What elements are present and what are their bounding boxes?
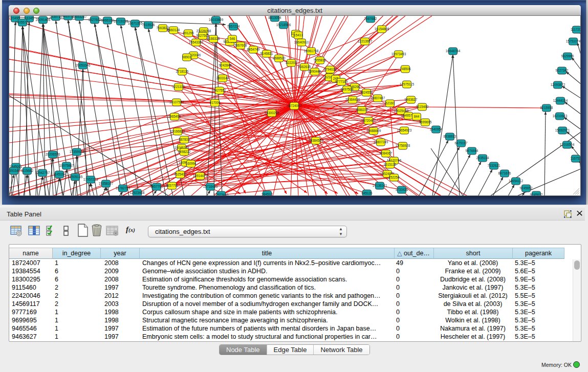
svg-text:8454749: 8454749 bbox=[247, 48, 260, 51]
svg-text:12505135: 12505135 bbox=[68, 175, 83, 179]
svg-text:9777169: 9777169 bbox=[335, 80, 348, 83]
svg-text:9115460: 9115460 bbox=[416, 105, 429, 108]
svg-text:1498222: 1498222 bbox=[178, 150, 191, 154]
svg-text:8938913: 8938913 bbox=[444, 135, 456, 138]
svg-text:62160: 62160 bbox=[385, 101, 395, 105]
svg-text:8990448: 8990448 bbox=[309, 70, 321, 73]
svg-text:1939714: 1939714 bbox=[50, 16, 62, 18]
svg-text:18724007: 18724007 bbox=[287, 104, 302, 107]
svg-text:12923468: 12923468 bbox=[130, 191, 145, 194]
svg-text:12213957: 12213957 bbox=[358, 39, 373, 43]
svg-text:8813054: 8813054 bbox=[269, 16, 281, 19]
svg-text:20364436: 20364436 bbox=[345, 98, 360, 101]
svg-text:7625402: 7625402 bbox=[174, 172, 187, 176]
svg-text:1965498: 1965498 bbox=[168, 115, 181, 118]
svg-text:98901: 98901 bbox=[182, 55, 191, 59]
svg-text:6794028: 6794028 bbox=[324, 68, 337, 71]
svg-text:7857224: 7857224 bbox=[227, 25, 240, 28]
svg-text:9463627: 9463627 bbox=[405, 98, 418, 101]
svg-text:891295: 891295 bbox=[183, 31, 194, 35]
svg-text:8215958: 8215958 bbox=[540, 106, 553, 110]
svg-text:16210643: 16210643 bbox=[553, 114, 568, 118]
svg-text:10654112: 10654112 bbox=[509, 179, 523, 183]
svg-text:39154: 39154 bbox=[9, 169, 18, 172]
svg-text:15692971: 15692971 bbox=[555, 128, 570, 132]
svg-text:845126: 845126 bbox=[361, 191, 373, 195]
svg-text:19166825: 19166825 bbox=[170, 129, 185, 133]
svg-text:9084067: 9084067 bbox=[380, 151, 393, 155]
svg-text:12942757: 12942757 bbox=[35, 171, 50, 174]
svg-text:6466160: 6466160 bbox=[101, 18, 114, 22]
svg-text:19756928: 19756928 bbox=[396, 144, 410, 147]
svg-text:8186328: 8186328 bbox=[207, 37, 220, 40]
svg-text:19654923: 19654923 bbox=[397, 128, 412, 132]
svg-text:7632621: 7632621 bbox=[488, 164, 500, 167]
svg-text:16648784: 16648784 bbox=[446, 49, 461, 53]
svg-text:15413: 15413 bbox=[294, 33, 303, 37]
svg-text:7886372: 7886372 bbox=[356, 108, 368, 112]
svg-text:2718126: 2718126 bbox=[176, 70, 189, 73]
svg-text:9242848: 9242848 bbox=[219, 63, 232, 67]
svg-text:17957223: 17957223 bbox=[83, 178, 98, 181]
svg-text:12093872: 12093872 bbox=[551, 83, 565, 86]
svg-text:10107552: 10107552 bbox=[169, 100, 184, 104]
svg-text:9146821: 9146821 bbox=[260, 52, 273, 55]
svg-text:18807249: 18807249 bbox=[374, 140, 388, 144]
svg-text:10653287: 10653287 bbox=[72, 16, 87, 18]
svg-text:15716485: 15716485 bbox=[203, 185, 218, 188]
svg-text:6497508: 6497508 bbox=[341, 87, 354, 91]
svg-text:17359928: 17359928 bbox=[70, 150, 84, 154]
svg-text:7515526: 7515526 bbox=[142, 23, 155, 27]
svg-text:10973493: 10973493 bbox=[391, 52, 406, 56]
svg-text:1117205: 1117205 bbox=[571, 28, 581, 31]
svg-text:1733426: 1733426 bbox=[396, 188, 408, 191]
svg-text:15751074: 15751074 bbox=[566, 39, 581, 43]
svg-text:10688609: 10688609 bbox=[366, 129, 381, 133]
svg-text:9857791: 9857791 bbox=[166, 184, 179, 187]
svg-text:9699695: 9699695 bbox=[419, 120, 432, 124]
svg-text:19218506: 19218506 bbox=[276, 23, 291, 27]
svg-text:822203: 822203 bbox=[286, 61, 297, 64]
svg-text:12923446: 12923446 bbox=[214, 193, 229, 196]
svg-text:20053346: 20053346 bbox=[76, 63, 91, 67]
svg-text:12975115: 12975115 bbox=[400, 82, 414, 86]
svg-text:1615132: 1615132 bbox=[384, 163, 397, 166]
svg-text:20206576: 20206576 bbox=[46, 152, 60, 156]
svg-text:19384554: 19384554 bbox=[309, 139, 323, 142]
svg-text:17016504: 17016504 bbox=[560, 143, 575, 146]
svg-text:9474444: 9474444 bbox=[466, 149, 478, 152]
svg-text:6479197: 6479197 bbox=[455, 141, 468, 145]
svg-text:9245652: 9245652 bbox=[520, 186, 533, 190]
svg-text:2803144: 2803144 bbox=[216, 76, 229, 80]
svg-text:19358107: 19358107 bbox=[99, 182, 114, 185]
svg-text:1588520: 1588520 bbox=[273, 56, 286, 60]
svg-text:12444154: 12444154 bbox=[553, 99, 568, 102]
svg-text:887831: 887831 bbox=[179, 138, 190, 141]
svg-text:10807487: 10807487 bbox=[371, 96, 385, 100]
svg-text:2867608: 2867608 bbox=[234, 43, 247, 47]
svg-text:1362615: 1362615 bbox=[298, 65, 311, 69]
svg-text:16154808: 16154808 bbox=[375, 27, 389, 31]
svg-text:160994: 160994 bbox=[185, 162, 197, 165]
svg-text:9329966: 9329966 bbox=[561, 54, 574, 58]
svg-text:16033809: 16033809 bbox=[209, 18, 224, 21]
svg-text:16782759: 16782759 bbox=[116, 186, 130, 190]
svg-text:10719155: 10719155 bbox=[114, 19, 128, 23]
svg-text:844: 844 bbox=[414, 115, 420, 118]
svg-text:8427552: 8427552 bbox=[213, 89, 226, 92]
svg-text:15720407: 15720407 bbox=[361, 119, 376, 122]
svg-text:14136141: 14136141 bbox=[373, 184, 387, 187]
svg-text:3824554: 3824554 bbox=[360, 91, 373, 94]
svg-text:1527602: 1527602 bbox=[89, 18, 101, 21]
svg-text:2987682: 2987682 bbox=[364, 17, 377, 20]
svg-text:116753: 116753 bbox=[571, 157, 581, 160]
svg-text:20091406: 20091406 bbox=[36, 18, 51, 21]
svg-text:984512: 984512 bbox=[262, 192, 273, 196]
svg-text:14055724: 14055724 bbox=[15, 20, 30, 24]
svg-text:10975867: 10975867 bbox=[59, 164, 74, 167]
svg-text:917006: 917006 bbox=[209, 101, 221, 104]
svg-text:16961758: 16961758 bbox=[304, 49, 319, 53]
svg-text:18300295: 18300295 bbox=[265, 111, 279, 115]
svg-text:16543382: 16543382 bbox=[189, 40, 204, 44]
svg-text:1145194: 1145194 bbox=[53, 172, 66, 176]
